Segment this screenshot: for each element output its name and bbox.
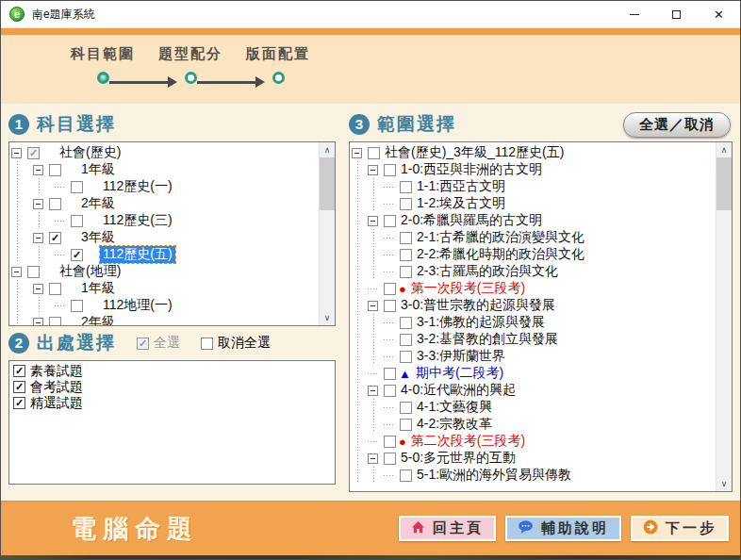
checkbox[interactable] bbox=[400, 469, 412, 482]
tree-item[interactable]: 5-0:多元世界的互動 bbox=[352, 450, 732, 467]
expander-icon[interactable] bbox=[368, 453, 378, 464]
checkbox[interactable] bbox=[384, 385, 396, 397]
checkbox[interactable] bbox=[400, 266, 412, 278]
tree-item[interactable]: 2-3:古羅馬的政治與文化 bbox=[352, 263, 732, 280]
subject-scrollbar[interactable]: ∧ ∨ bbox=[319, 142, 335, 325]
checkbox[interactable] bbox=[71, 300, 83, 312]
tree-item[interactable]: 3-2:基督教的創立與發展 bbox=[352, 331, 732, 348]
tree-item[interactable]: 2-2:希臘化時期的政治與文化 bbox=[352, 246, 732, 263]
tree-item[interactable]: 3-0:普世宗教的起源與發展 bbox=[352, 297, 732, 314]
scroll-up-icon[interactable]: ∧ bbox=[320, 142, 336, 157]
tree-item[interactable]: 2-0:希臘與羅馬的古文明 bbox=[352, 212, 732, 229]
expander-icon[interactable] bbox=[11, 148, 22, 158]
scroll-down-icon[interactable]: ∨ bbox=[320, 310, 336, 325]
list-item[interactable]: 會考試題 bbox=[11, 379, 335, 395]
expander-icon[interactable] bbox=[33, 284, 43, 294]
tree-item[interactable]: 社會(歷史)_3年級_112歷史(五) bbox=[352, 144, 732, 161]
select-toggle-button[interactable]: 全選／取消 bbox=[623, 112, 731, 138]
tree-item[interactable]: 社會(歷史) bbox=[11, 144, 335, 161]
expander-icon[interactable] bbox=[33, 165, 43, 175]
tree-item[interactable]: 4-2:宗教改革 bbox=[352, 416, 732, 433]
tree-item[interactable]: ▲期中考(二段考) bbox=[352, 365, 732, 382]
tree-item[interactable]: 1-1:西亞古文明 bbox=[352, 178, 732, 195]
expander-icon[interactable] bbox=[352, 148, 362, 158]
checkbox[interactable] bbox=[49, 232, 61, 244]
tree-item[interactable]: 5-1:歐洲的海外貿易與傳教 bbox=[352, 467, 732, 484]
expander-icon[interactable] bbox=[368, 386, 378, 396]
tree-item[interactable]: 112歷史(五) bbox=[11, 246, 335, 263]
checkbox[interactable] bbox=[49, 317, 61, 327]
checkbox[interactable] bbox=[384, 368, 396, 380]
checkbox[interactable] bbox=[400, 317, 412, 329]
checkbox[interactable] bbox=[49, 283, 61, 295]
select-all-checkbox[interactable]: 全選 bbox=[137, 335, 180, 352]
checkbox[interactable] bbox=[49, 164, 61, 176]
checkbox[interactable] bbox=[27, 266, 40, 278]
scroll-down-icon[interactable]: ∨ bbox=[716, 476, 733, 491]
expander-icon[interactable] bbox=[368, 216, 378, 226]
checkbox[interactable] bbox=[71, 215, 83, 227]
maximize-button[interactable] bbox=[655, 1, 698, 27]
list-item[interactable]: 素養試題 bbox=[11, 363, 335, 379]
expander-icon[interactable] bbox=[33, 318, 43, 327]
checkbox[interactable] bbox=[13, 365, 25, 377]
checkbox[interactable] bbox=[384, 164, 396, 176]
scroll-thumb[interactable] bbox=[716, 157, 733, 210]
range-scrollbar[interactable]: ∧ ∨ bbox=[716, 142, 732, 491]
tree-item[interactable]: 4-1:文藝復興 bbox=[352, 399, 732, 416]
checkbox[interactable] bbox=[400, 351, 412, 363]
expander-icon[interactable] bbox=[11, 267, 22, 277]
checkbox[interactable] bbox=[384, 283, 396, 295]
tree-item[interactable]: ●第二次段考(三段考) bbox=[352, 433, 732, 450]
expander-icon[interactable] bbox=[33, 233, 43, 243]
tree-item[interactable]: 3-3:伊斯蘭世界 bbox=[352, 348, 732, 365]
minimize-button[interactable] bbox=[613, 1, 655, 27]
expander-icon[interactable] bbox=[368, 165, 378, 175]
tree-guide bbox=[352, 280, 368, 297]
checkbox[interactable] bbox=[400, 419, 412, 431]
tree-item[interactable]: 社會(地理) bbox=[11, 263, 335, 280]
checkbox[interactable] bbox=[368, 147, 380, 159]
checkbox[interactable] bbox=[400, 181, 412, 193]
scroll-up-icon[interactable]: ∧ bbox=[716, 142, 733, 157]
checkbox[interactable] bbox=[27, 147, 40, 159]
checkbox[interactable] bbox=[384, 300, 396, 312]
checkbox[interactable] bbox=[400, 249, 412, 261]
tree-item[interactable]: 3年級 bbox=[11, 229, 335, 246]
checkbox[interactable] bbox=[49, 198, 61, 210]
tree-guide bbox=[352, 433, 368, 450]
tree-item[interactable]: 4-0:近代歐洲的興起 bbox=[352, 382, 732, 399]
tree-item[interactable]: 1-2:埃及古文明 bbox=[352, 195, 732, 212]
deselect-all-checkbox[interactable]: 取消全選 bbox=[201, 335, 271, 352]
checkbox[interactable] bbox=[71, 181, 83, 193]
list-item[interactable]: 精選試題 bbox=[11, 395, 335, 411]
checkbox[interactable] bbox=[71, 249, 83, 261]
checkbox[interactable] bbox=[400, 334, 412, 346]
checkbox[interactable] bbox=[384, 436, 396, 448]
tree-item[interactable]: 112歷史(一) bbox=[11, 178, 335, 195]
tree-item[interactable]: 112歷史(三) bbox=[11, 212, 335, 229]
tree-item[interactable]: 1年級 bbox=[11, 280, 335, 297]
checkbox[interactable] bbox=[384, 453, 396, 465]
home-button[interactable]: 回主頁 bbox=[399, 516, 496, 541]
close-button[interactable]: ✕ bbox=[698, 1, 740, 27]
scroll-thumb[interactable] bbox=[320, 157, 336, 210]
tree-item[interactable]: 112地理(一) bbox=[11, 297, 335, 314]
checkbox[interactable] bbox=[400, 232, 412, 244]
checkbox[interactable] bbox=[13, 397, 25, 409]
checkbox[interactable] bbox=[384, 215, 396, 227]
tree-item[interactable]: 1年級 bbox=[11, 161, 335, 178]
tree-item[interactable]: 2-1:古希臘的政治演變與文化 bbox=[352, 229, 732, 246]
tree-item[interactable]: 2年級 bbox=[11, 314, 335, 326]
checkbox[interactable] bbox=[400, 402, 412, 414]
checkbox[interactable] bbox=[400, 198, 412, 210]
expander-icon[interactable] bbox=[368, 301, 378, 311]
tree-item[interactable]: 2年級 bbox=[11, 195, 335, 212]
tree-item[interactable]: 3-1:佛教的起源與發展 bbox=[352, 314, 732, 331]
tree-item[interactable]: 1-0:西亞與非洲的古文明 bbox=[352, 161, 732, 178]
speech-button[interactable]: 輔助說明 bbox=[505, 516, 621, 541]
checkbox[interactable] bbox=[13, 381, 25, 393]
arrow-button[interactable]: 下一步 bbox=[631, 516, 729, 541]
tree-item[interactable]: ●第一次段考(三段考) bbox=[352, 280, 732, 297]
expander-icon[interactable] bbox=[33, 199, 43, 209]
